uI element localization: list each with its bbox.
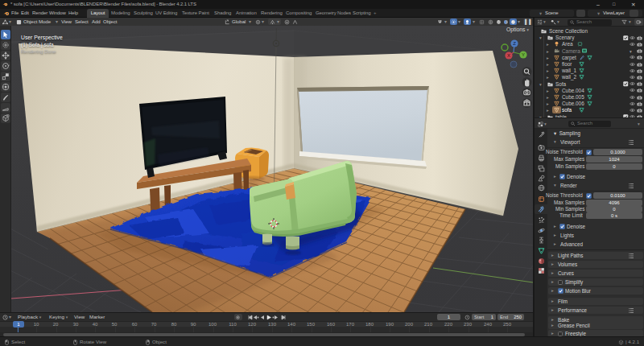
svg-text:Z: Z: [513, 41, 516, 46]
svg-text:Y: Y: [522, 52, 525, 57]
svg-text:X: X: [507, 53, 510, 58]
